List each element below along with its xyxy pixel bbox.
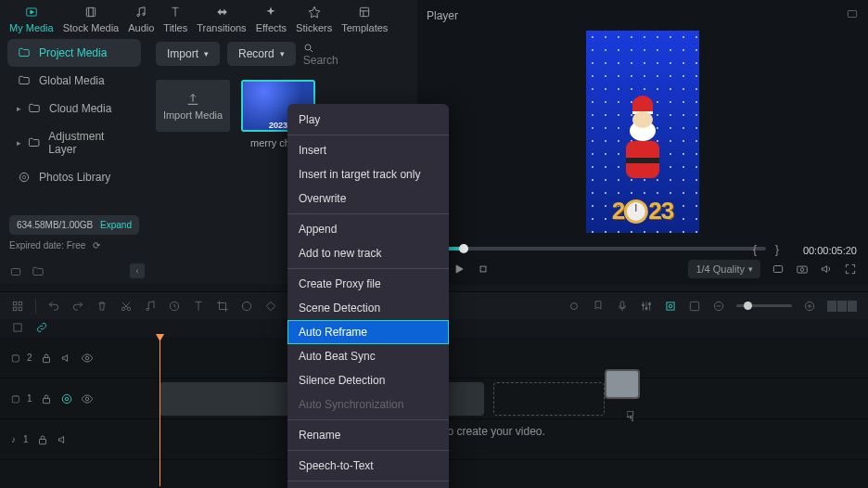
play-button[interactable]: [453, 263, 466, 276]
refresh-icon[interactable]: ⟳: [93, 240, 100, 250]
ctx-silence-detection[interactable]: Silence Detection: [287, 368, 449, 392]
ctx-auto-sync: Auto Synchronization: [287, 392, 449, 417]
folder-icon: [27, 136, 41, 149]
expand-storage-button[interactable]: Expand: [100, 220, 132, 230]
fullscreen-button[interactable]: [844, 263, 857, 276]
video-track-icon: ▢: [11, 393, 19, 404]
lock-icon[interactable]: [40, 352, 53, 365]
mute-icon[interactable]: [57, 433, 70, 446]
zoom-out-button[interactable]: [712, 300, 725, 313]
mixer-icon[interactable]: [640, 300, 653, 313]
stop-button[interactable]: [477, 263, 490, 276]
sidebar-item-adjustment-layer[interactable]: ▸ Adjustment Layer: [7, 122, 141, 163]
sidebar-item-project-media[interactable]: Project Media: [7, 39, 141, 67]
marker-icon[interactable]: [592, 300, 605, 313]
nav-stickers[interactable]: Stickers: [296, 4, 332, 33]
nav-audio[interactable]: Audio: [128, 4, 154, 33]
media-icon: [23, 4, 40, 20]
nav-stock-media[interactable]: Stock Media: [63, 4, 120, 33]
context-menu: Play Insert Insert in target track only …: [287, 104, 449, 488]
ctx-append[interactable]: Append: [287, 217, 449, 241]
ctx-auto-beat-sync[interactable]: Auto Beat Sync: [287, 344, 449, 368]
ctx-scene-detection[interactable]: Scene Detection: [287, 296, 449, 320]
timeline-tab-link[interactable]: [35, 321, 48, 334]
player-scrubber[interactable]: [430, 247, 766, 250]
target-icon[interactable]: [60, 392, 73, 405]
new-folder-icon[interactable]: [9, 265, 22, 278]
lock-icon[interactable]: [36, 433, 49, 446]
crop-icon[interactable]: [216, 300, 229, 313]
record-button[interactable]: Record▾: [227, 42, 296, 66]
playhead[interactable]: [160, 338, 160, 486]
sidebar-item-cloud-media[interactable]: ▸ Cloud Media: [7, 95, 141, 122]
video-preview[interactable]: 223: [417, 26, 868, 238]
screenshot-button[interactable]: [772, 263, 785, 276]
cut-button[interactable]: [120, 300, 133, 313]
volume-button[interactable]: [820, 263, 833, 276]
folder-icon[interactable]: [32, 265, 45, 278]
record-vo-icon[interactable]: [568, 300, 581, 313]
ctx-play[interactable]: Play: [287, 108, 449, 132]
chevron-down-icon: ▾: [204, 49, 209, 58]
nav-my-media[interactable]: My Media: [9, 4, 54, 33]
nav-titles[interactable]: Titles: [163, 4, 187, 33]
redo-button[interactable]: [71, 300, 84, 313]
import-media-tile[interactable]: Import Media: [156, 80, 230, 148]
search-input[interactable]: [303, 54, 415, 67]
sidebar-item-photos-library[interactable]: Photos Library: [7, 163, 141, 191]
button-label: Record: [238, 47, 274, 60]
drop-zone[interactable]: [493, 382, 605, 416]
render-icon[interactable]: [688, 300, 701, 313]
svg-point-11: [22, 175, 26, 179]
expand-player-icon[interactable]: [846, 7, 859, 20]
zoom-in-button[interactable]: [803, 300, 816, 313]
collapse-sidebar-button[interactable]: ‹: [130, 263, 145, 278]
ctx-insert-target[interactable]: Insert in target track only: [287, 162, 449, 186]
track-body[interactable]: [93, 338, 868, 378]
svg-rect-14: [11, 269, 19, 276]
search-field[interactable]: [303, 41, 415, 67]
ctx-create-proxy[interactable]: Create Proxy file: [287, 272, 449, 296]
svg-rect-7: [361, 7, 369, 16]
snapshot-button[interactable]: [796, 263, 809, 276]
sidebar-item-global-media[interactable]: Global Media: [7, 67, 141, 95]
track-body[interactable]: [93, 419, 868, 459]
ctx-overwrite[interactable]: Overwrite: [287, 186, 449, 211]
auto-reframe-icon[interactable]: [664, 300, 677, 313]
speed-icon[interactable]: [168, 300, 181, 313]
quality-selector[interactable]: 1/4 Quality▾: [688, 260, 760, 278]
color-icon[interactable]: [240, 300, 253, 313]
zoom-slider[interactable]: [736, 304, 792, 307]
import-button[interactable]: Import▾: [156, 42, 220, 66]
visibility-icon[interactable]: [81, 352, 94, 365]
view-mode-toggle[interactable]: [827, 301, 857, 312]
photos-icon: [17, 171, 32, 184]
chevron-right-icon: ▸: [17, 104, 21, 113]
visibility-icon[interactable]: [81, 392, 94, 405]
ctx-speech-to-text[interactable]: Speech-to-Text: [287, 454, 449, 478]
timeline-tab-magnetic[interactable]: [11, 321, 24, 334]
undo-button[interactable]: [47, 300, 60, 313]
ctx-add-new-track[interactable]: Add to new track: [287, 241, 449, 265]
ctx-insert[interactable]: Insert: [287, 138, 449, 162]
text-tool-icon[interactable]: [192, 300, 205, 313]
in-out-brackets[interactable]: { }: [753, 242, 786, 256]
layout-icon[interactable]: [11, 300, 24, 313]
svg-rect-46: [43, 398, 49, 403]
keyframe-icon[interactable]: [264, 300, 277, 313]
svg-rect-35: [667, 302, 674, 309]
track-body[interactable]: ☟ ffects here to create your video.: [93, 379, 868, 418]
folder-icon: [17, 74, 32, 87]
nav-transitions[interactable]: Transitions: [197, 4, 246, 33]
delete-button[interactable]: [96, 300, 108, 313]
ctx-auto-reframe[interactable]: Auto Reframe: [287, 320, 449, 344]
nav-templates[interactable]: Templates: [341, 4, 388, 33]
lock-icon[interactable]: [40, 392, 53, 405]
mic-icon[interactable]: [616, 300, 629, 313]
mute-icon[interactable]: [60, 352, 73, 365]
audio-edit-icon[interactable]: [144, 300, 157, 313]
chevron-right-icon: ▸: [17, 138, 21, 148]
svg-rect-22: [19, 302, 22, 305]
ctx-rename[interactable]: Rename: [287, 423, 449, 447]
nav-effects[interactable]: Effects: [256, 4, 287, 33]
